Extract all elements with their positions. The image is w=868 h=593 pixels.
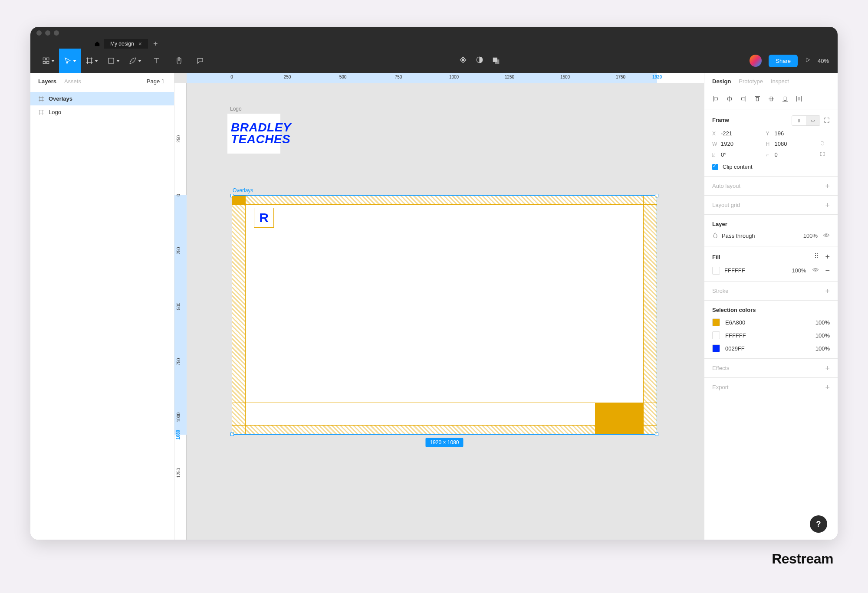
overlays-frame[interactable]: R 1920 × 1080 xyxy=(232,195,657,435)
new-tab-button[interactable]: + xyxy=(148,39,163,49)
align-center-h-icon[interactable] xyxy=(726,95,733,104)
tab-assets[interactable]: Assets xyxy=(64,78,81,85)
component-icon[interactable] xyxy=(459,56,467,66)
stroke-section[interactable]: Stroke + xyxy=(704,282,838,301)
menu-button[interactable] xyxy=(37,49,59,73)
share-button[interactable]: Share xyxy=(769,55,798,67)
selection-color-row[interactable]: FFFFFF 100% xyxy=(712,331,830,339)
plus-icon[interactable]: + xyxy=(825,252,830,262)
minus-icon[interactable]: − xyxy=(825,266,830,275)
resize-fit-icon[interactable] xyxy=(824,117,830,124)
traffic-light-zoom[interactable] xyxy=(54,30,59,36)
overlay-accent-top-left[interactable] xyxy=(232,196,245,204)
export-section[interactable]: Export + xyxy=(704,378,838,396)
plus-icon[interactable]: + xyxy=(825,201,830,210)
clip-content-checkbox[interactable] xyxy=(712,164,718,170)
layer-label: Logo xyxy=(49,109,61,115)
effects-label: Effects xyxy=(712,365,730,371)
overlay-accent-bottom-right[interactable] xyxy=(595,403,644,434)
file-tab[interactable]: My design × xyxy=(104,39,148,49)
comment-tool[interactable] xyxy=(189,49,211,73)
margin-top-hatch xyxy=(245,196,644,204)
pen-tool[interactable] xyxy=(124,49,146,73)
ruler-tick: 1250 xyxy=(176,468,181,478)
tab-layers[interactable]: Layers xyxy=(38,78,56,85)
prop-w[interactable]: 1920 xyxy=(721,141,733,147)
present-button[interactable] xyxy=(805,57,811,65)
align-top-icon[interactable] xyxy=(754,95,761,104)
style-icon[interactable]: ⠿ xyxy=(814,252,819,262)
align-center-v-icon[interactable] xyxy=(768,95,775,104)
distribute-icon[interactable] xyxy=(796,95,802,104)
zoom-value: 40% xyxy=(818,58,829,64)
layer-label: Layer xyxy=(712,221,727,227)
constrain-proportions-icon[interactable] xyxy=(819,140,830,147)
fill-hex[interactable]: FFFFFF xyxy=(724,267,745,274)
page-selector[interactable]: Page 1 xyxy=(147,78,166,85)
color-swatch[interactable] xyxy=(712,331,720,339)
frame-label[interactable]: Frame xyxy=(712,117,729,123)
layer-item-logo[interactable]: Logo xyxy=(30,105,174,119)
ruler-tick: 1500 xyxy=(560,75,570,79)
boolean-icon[interactable] xyxy=(492,57,502,65)
help-button[interactable]: ? xyxy=(810,515,827,533)
fill-opacity[interactable]: 100% xyxy=(792,267,806,274)
traffic-light-close[interactable] xyxy=(36,30,42,36)
corner-radius-icon[interactable] xyxy=(819,151,830,158)
move-tool[interactable] xyxy=(59,49,81,73)
align-right-icon[interactable] xyxy=(740,95,747,104)
overlay-r-badge[interactable]: R xyxy=(254,208,274,228)
color-swatch[interactable] xyxy=(712,344,720,352)
tab-prototype[interactable]: Prototype xyxy=(739,78,763,85)
ruler-tick: 0 xyxy=(230,75,233,79)
close-icon[interactable]: × xyxy=(138,40,142,47)
prop-h[interactable]: 1080 xyxy=(775,141,787,147)
canvas-content[interactable]: Logo BRADLEY TEACHES Overlays xyxy=(187,83,704,540)
auto-layout-section[interactable]: Auto layout + xyxy=(704,177,838,196)
plus-icon[interactable]: + xyxy=(825,364,830,373)
color-swatch[interactable] xyxy=(712,318,720,326)
prop-x[interactable]: -221 xyxy=(721,130,732,137)
canvas-area[interactable]: 0 250 500 750 1000 1250 1500 1750 1920 -… xyxy=(174,73,704,540)
tab-inspect[interactable]: Inspect xyxy=(771,78,789,85)
mask-icon[interactable] xyxy=(476,56,483,66)
plus-icon[interactable]: + xyxy=(825,383,830,392)
selection-color-row[interactable]: E6A800 100% xyxy=(712,318,830,326)
selection-color-row[interactable]: 0029FF 100% xyxy=(712,344,830,352)
toolbar-left xyxy=(37,49,211,73)
orientation-landscape[interactable] xyxy=(806,116,820,125)
prop-rotation[interactable]: 0° xyxy=(721,151,726,158)
eye-icon[interactable] xyxy=(823,232,830,240)
overlays-frame-label[interactable]: Overlays xyxy=(233,187,253,193)
zoom-selector[interactable]: 40% xyxy=(818,58,831,64)
hand-tool[interactable] xyxy=(168,49,189,73)
layer-item-overlays[interactable]: Overlays xyxy=(30,92,174,105)
align-left-icon[interactable] xyxy=(712,95,719,104)
traffic-light-minimize[interactable] xyxy=(45,30,50,36)
align-bottom-icon[interactable] xyxy=(782,95,789,104)
svg-rect-36 xyxy=(798,98,800,100)
fill-swatch[interactable] xyxy=(712,267,720,275)
main-area: Layers Assets Page 1 Overlays Logo xyxy=(30,73,838,540)
blend-mode-selector[interactable]: Pass through xyxy=(712,232,759,239)
prop-radius[interactable]: 0 xyxy=(775,151,778,158)
plus-icon[interactable]: + xyxy=(825,287,830,296)
home-icon[interactable] xyxy=(93,40,101,48)
svg-rect-0 xyxy=(43,58,45,60)
logo-frame[interactable]: BRADLEY TEACHES xyxy=(227,114,280,154)
frame-tool[interactable] xyxy=(81,49,102,73)
logo-frame-label[interactable]: Logo xyxy=(230,106,242,112)
orientation-toggle[interactable] xyxy=(792,115,820,126)
effects-section[interactable]: Effects + xyxy=(704,359,838,378)
prop-y[interactable]: 196 xyxy=(775,130,784,137)
align-controls xyxy=(704,90,838,109)
plus-icon[interactable]: + xyxy=(825,182,830,191)
layout-grid-section[interactable]: Layout grid + xyxy=(704,196,838,215)
tab-design[interactable]: Design xyxy=(712,78,731,85)
eye-icon[interactable] xyxy=(812,266,819,275)
avatar[interactable] xyxy=(750,55,762,67)
orientation-portrait[interactable] xyxy=(792,116,806,125)
shape-tool[interactable] xyxy=(102,49,124,73)
opacity-value[interactable]: 100% xyxy=(803,233,818,239)
text-tool[interactable] xyxy=(146,49,168,73)
